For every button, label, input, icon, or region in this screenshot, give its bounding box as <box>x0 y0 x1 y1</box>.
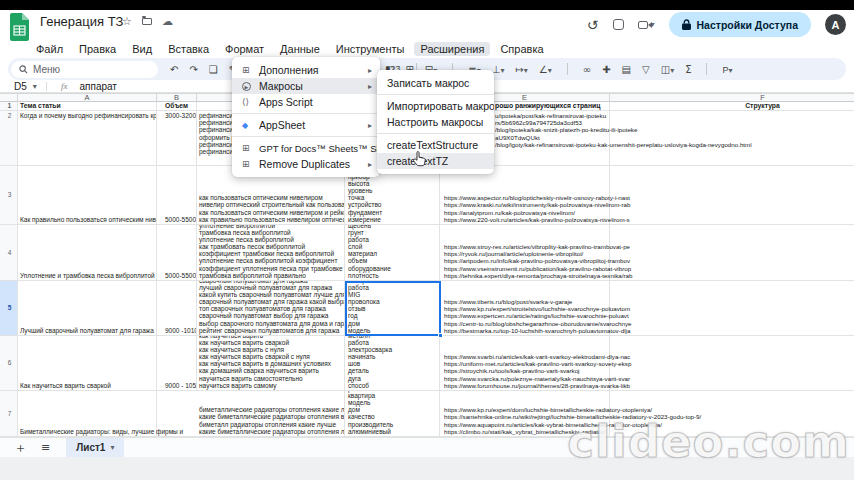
cell-f7[interactable] <box>610 391 854 436</box>
print-icon[interactable]: ❏ <box>209 64 218 75</box>
cell-d6[interactable]: металлработаэлектросварканачинатьшовдета… <box>345 336 440 390</box>
cell-e3[interactable]: https://www.aspector.ru/blog/opticheskiy… <box>440 166 610 224</box>
row-header-4[interactable]: 4 <box>0 225 18 280</box>
menu-item-createtexttz[interactable]: createTextTZ <box>377 153 494 169</box>
cell-a1[interactable]: Тема статьи <box>18 102 157 110</box>
cell-b7[interactable] <box>157 391 197 436</box>
cell-text-line: трамбовка виброплитой правильно <box>199 272 344 279</box>
menu-view[interactable]: Вид <box>126 42 158 56</box>
cell-b4[interactable]: 5000-5500 <box>157 225 197 280</box>
insert-comment-icon[interactable]: ✚ <box>602 64 610 75</box>
menu-data[interactable]: Данные <box>274 42 326 56</box>
functions-icon[interactable]: Σ <box>685 64 691 75</box>
text-rotation-button[interactable]: ∠▾ <box>539 64 552 75</box>
row-header-6[interactable]: 6 <box>0 336 18 390</box>
cell-c6[interactable]: как научиться варитькак научиться варить… <box>197 336 345 390</box>
cell-f3[interactable] <box>610 166 854 224</box>
cell-f6[interactable] <box>610 336 854 390</box>
insert-chart-icon[interactable]: ▤ <box>622 64 631 75</box>
cell-b6[interactable]: 9000 - 10500 <box>157 336 197 390</box>
cell-b1[interactable]: Объем <box>157 102 197 110</box>
menu-item-macros[interactable]: ▶ Макросы ▸ <box>232 78 380 94</box>
row-header-5[interactable]: 5 <box>0 281 18 335</box>
cell-d7[interactable]: рейтингквартирамодельдомкачествопроизвод… <box>345 391 440 436</box>
cell-c7[interactable]: биметаллические радиаторы отопления каки… <box>197 391 345 436</box>
menu-extensions[interactable]: Расширения <box>414 42 490 56</box>
avatar[interactable]: A <box>825 14 846 35</box>
menu-edit[interactable]: Правка <box>73 42 122 56</box>
cell-f1[interactable]: Структура <box>610 102 854 110</box>
menu-format[interactable]: Формат <box>219 42 270 56</box>
namebox-dropdown-icon[interactable]: ▾ <box>33 82 37 91</box>
column-header-b[interactable]: B <box>157 93 197 102</box>
share-button[interactable]: Настройки Доступа <box>669 12 811 37</box>
comments-icon[interactable] <box>613 19 624 30</box>
menu-item-manage-macros[interactable]: Настроить макросы <box>377 114 494 130</box>
cell-f4[interactable] <box>610 225 854 280</box>
move-folder-icon[interactable] <box>142 18 152 25</box>
cell-e6[interactable]: https://www.svarbi.ru/articles/kak-varit… <box>440 336 610 390</box>
fill-handle[interactable] <box>438 333 443 338</box>
cell-a2[interactable]: Когда и почему выгодно рефинансировать к… <box>18 111 157 165</box>
cell-a7[interactable]: Биметаллические радиаторы: виды, лучшие … <box>18 391 157 436</box>
menu-help[interactable]: Справка <box>494 42 549 56</box>
filter-views-button[interactable]: ◫▾ <box>661 64 674 75</box>
sheet-tab-list1[interactable]: Лист1 ▾ <box>66 438 124 458</box>
row-header-2[interactable]: 2 <box>0 111 18 165</box>
select-all-corner[interactable] <box>0 93 18 102</box>
undo-icon[interactable]: ↶ <box>170 64 178 75</box>
selected-cell-outline[interactable] <box>345 281 441 336</box>
all-sheets-icon[interactable]: ≡ <box>41 441 50 454</box>
filter-icon[interactable]: ▽ <box>642 64 650 75</box>
toolbar-search-menu[interactable]: Меню <box>11 61 158 78</box>
cell-e4[interactable]: https://www.stroy-res.ru/articles/vibrop… <box>440 225 610 280</box>
document-title[interactable]: Генерация ТЗ <box>40 14 123 29</box>
appsheet-icon: ◆ <box>242 121 259 130</box>
cell-b5[interactable]: 9000 -10100 <box>157 281 197 335</box>
version-history-icon[interactable]: ↺ <box>587 17 599 33</box>
menu-item-apps-script[interactable]: ⟨⟩ Apps Script <box>232 94 380 110</box>
menu-item-gpt-addon[interactable]: ⊞ GPT for Docs™ Sheets™ Slides™ ▸ <box>232 140 380 156</box>
cell-e5[interactable]: https://www.tiberis.ru/blog/post/svarka-… <box>440 281 610 335</box>
sheet-tab-menu-icon[interactable]: ▾ <box>110 443 114 452</box>
cell-text-line: выбор сварочного полуавтомата для дома и… <box>199 320 344 327</box>
text-wrap-button[interactable]: ↦▾ <box>515 64 527 75</box>
more-tools-button[interactable]: Р▾ <box>722 64 732 75</box>
name-box[interactable]: D5 ▾ <box>0 81 46 92</box>
cell-a4[interactable]: Уплотнение и трамбовка песка виброплитой <box>18 225 157 280</box>
menu-file[interactable]: Файл <box>30 42 69 56</box>
menu-item-remove-duplicates[interactable]: ⊞ Remove Duplicates ▸ <box>232 156 380 172</box>
sheet-tab-bar: ＋ ≡ Лист1 ▾ <box>0 437 854 457</box>
cell-f2[interactable] <box>610 111 854 165</box>
menu-item-add-ons[interactable]: ⊞ Дополнения ▸ <box>232 62 380 78</box>
row-header-1[interactable]: 1 <box>0 102 18 110</box>
redo-icon[interactable]: ↷ <box>189 64 197 75</box>
row-header-7[interactable]: 7 <box>0 391 18 436</box>
cell-d4[interactable]: щебеньгрунтработаслойматериалобъемоборуд… <box>345 225 440 280</box>
add-sheet-icon[interactable]: ＋ <box>14 439 27 457</box>
column-header-f[interactable]: F <box>610 93 854 102</box>
formula-input[interactable]: аппарат <box>80 81 117 92</box>
cell-c4[interactable]: уплотнение виброплитойтрамбовка песка ви… <box>197 225 345 280</box>
menu-tools[interactable]: Инструменты <box>330 42 411 56</box>
meet-call-button[interactable]: ▾ <box>638 20 655 29</box>
star-icon[interactable]: ☆ <box>122 15 132 28</box>
menu-insert[interactable]: Вставка <box>162 42 215 56</box>
row-header-3[interactable]: 3 <box>0 166 18 224</box>
cell-c5[interactable]: сварочный полуавтомат для гаражалучший с… <box>197 281 345 335</box>
insert-link-icon[interactable]: ∞ <box>583 64 591 75</box>
menu-item-createtextstructure[interactable]: createTextStructure <box>377 137 494 153</box>
cell-a3[interactable]: Как правильно пользоваться оптическим ни… <box>18 166 157 224</box>
cell-b3[interactable]: 5000-5500 <box>157 166 197 224</box>
menu-item-record-macro[interactable]: Записать макрос <box>377 75 494 91</box>
cell-e7[interactable]: https://www.kp.ru/expert/dom/luchshie-bi… <box>440 391 610 436</box>
cell-text-line: https://www.forumhouse.ru/journal/themes… <box>444 382 609 389</box>
cell-a6[interactable]: Как научиться варить сваркой <box>18 336 157 390</box>
cell-f5[interactable] <box>610 281 854 335</box>
menu-item-appsheet[interactable]: ◆ AppSheet ▸ <box>232 117 380 133</box>
column-header-a[interactable]: A <box>18 93 157 102</box>
menubar: Файл Правка Вид Вставка Формат Данные Ин… <box>30 40 550 57</box>
menu-item-import-macro[interactable]: Импортировать макрос <box>377 98 494 114</box>
cell-b2[interactable]: 3000-3200 <box>157 111 197 165</box>
cell-a5[interactable]: Лучший сварочный полуавтомат для гаража <box>18 281 157 335</box>
